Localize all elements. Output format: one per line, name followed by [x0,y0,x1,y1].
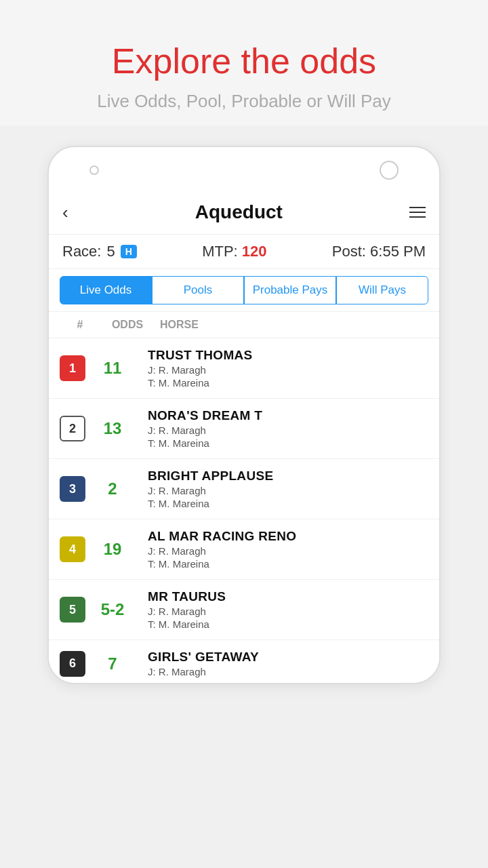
horse-odds: 19 [85,540,140,559]
app-nav: ‹ Aqueduct [49,191,439,235]
tab-probable-pays[interactable]: Probable Pays [244,276,336,304]
post-label: Post: [332,243,366,260]
sub-title: Live Odds, Pool, Probable or Will Pay [14,91,474,112]
menu-line-1 [409,207,426,208]
post-time: 6:55 PM [370,243,426,260]
horse-name: AL MAR RACING RENO [148,529,428,544]
horse-number-badge: 1 [60,355,85,381]
table-row[interactable]: 3 2 BRIGHT APPLAUSE J: R. Maragh T: M. M… [49,459,439,519]
horse-info: MR TAURUS J: R. Maragh T: M. Mareina [140,589,428,630]
horse-number-badge: 3 [60,476,85,502]
horse-number-badge: 2 [60,416,85,441]
back-button[interactable]: ‹ [62,202,68,223]
horse-info: TRUST THOMAS J: R. Maragh T: M. Mareina [140,348,428,389]
horse-odds: 7 [85,654,140,673]
table-row[interactable]: 2 13 NORA'S DREAM T J: R. Maragh T: M. M… [49,399,439,459]
trainer-info: T: M. Mareina [148,558,428,570]
race-num-value: 5 [106,243,115,260]
mtp-label: MTP: [202,243,238,260]
jockey-info: J: R. Maragh [148,425,428,436]
horse-name: TRUST THOMAS [148,348,428,363]
horse-name: BRIGHT APPLAUSE [148,469,428,484]
menu-line-3 [409,216,426,218]
phone-frame: ‹ Aqueduct Race: 5 H MTP: 120 Post: 6:55… [47,146,441,684]
menu-line-2 [409,212,426,213]
tab-will-pays[interactable]: Will Pays [336,276,428,304]
jockey-info: J: R. Maragh [148,364,428,376]
horse-info: BRIGHT APPLAUSE J: R. Maragh T: M. Marei… [140,469,428,509]
header-section: Explore the odds Live Odds, Pool, Probab… [0,0,488,125]
horse-number-badge: 5 [60,597,85,623]
col-header-odds: ODDS [100,319,155,331]
horse-list: 1 11 TRUST THOMAS J: R. Maragh T: M. Mar… [49,338,439,683]
jockey-info: J: R. Maragh [148,606,428,617]
tab-pools[interactable]: Pools [152,276,244,304]
horse-number-badge: 4 [60,536,85,562]
jockey-info: J: R. Maragh [148,666,428,677]
horse-number-badge: 6 [60,651,85,677]
trainer-info: T: M. Mareina [148,618,428,630]
camera-left [89,165,99,175]
race-info-bar: Race: 5 H MTP: 120 Post: 6:55 PM [49,235,439,269]
phone-top-bar [49,147,439,191]
table-header: # ODDS HORSE [49,312,439,338]
horse-info: GIRLS' GETAWAY J: R. Maragh [140,650,428,677]
col-header-num: # [60,319,100,331]
jockey-info: J: R. Maragh [148,485,428,496]
table-row[interactable]: 4 19 AL MAR RACING RENO J: R. Maragh T: … [49,519,439,580]
horse-name: MR TAURUS [148,589,428,604]
h-badge[interactable]: H [121,245,137,258]
phone-screen: ‹ Aqueduct Race: 5 H MTP: 120 Post: 6:55… [49,191,439,683]
horse-odds: 2 [85,479,140,498]
horse-name: NORA'S DREAM T [148,408,428,423]
camera-center [380,161,399,180]
horse-info: AL MAR RACING RENO J: R. Maragh T: M. Ma… [140,529,428,570]
race-label: Race: [62,243,101,260]
tab-live-odds[interactable]: Live Odds [60,276,152,304]
trainer-info: T: M. Mareina [148,498,428,509]
horse-odds: 13 [85,419,140,438]
race-number: Race: 5 H [62,243,137,260]
col-header-horse: HORSE [155,319,428,331]
horse-name: GIRLS' GETAWAY [148,650,428,665]
horse-odds: 11 [85,359,140,378]
table-row[interactable]: 6 7 GIRLS' GETAWAY J: R. Maragh [49,640,439,683]
tabs-bar: Live Odds Pools Probable Pays Will Pays [49,269,439,312]
jockey-info: J: R. Maragh [148,545,428,557]
horse-info: NORA'S DREAM T J: R. Maragh T: M. Marein… [140,408,428,449]
main-title: Explore the odds [14,41,474,81]
track-title: Aqueduct [195,201,283,223]
menu-button[interactable] [409,207,426,218]
mtp-value: 120 [242,243,267,260]
table-row[interactable]: 1 11 TRUST THOMAS J: R. Maragh T: M. Mar… [49,338,439,399]
trainer-info: T: M. Mareina [148,437,428,449]
trainer-info: T: M. Mareina [148,377,428,389]
post-info: Post: 6:55 PM [332,243,426,260]
mtp-info: MTP: 120 [202,243,266,260]
horse-odds: 5-2 [85,600,140,619]
table-row[interactable]: 5 5-2 MR TAURUS J: R. Maragh T: M. Marei… [49,580,439,640]
